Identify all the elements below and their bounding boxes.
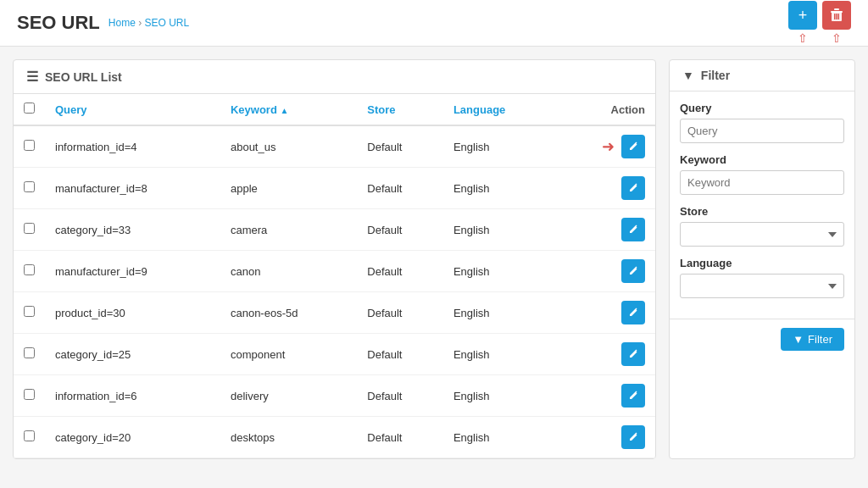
row-checkbox[interactable] bbox=[24, 223, 35, 234]
page-title: SEO URL bbox=[17, 12, 100, 34]
row-query: manufacturer_id=8 bbox=[45, 168, 220, 209]
row-action bbox=[556, 251, 655, 292]
svg-rect-3 bbox=[834, 14, 836, 19]
row-keyword: component bbox=[220, 334, 357, 375]
add-button[interactable]: + bbox=[788, 1, 817, 30]
edit-button[interactable] bbox=[621, 176, 645, 200]
delete-button[interactable] bbox=[822, 1, 851, 30]
edit-button[interactable] bbox=[621, 218, 645, 241]
filter-query-label: Query bbox=[680, 102, 844, 114]
add-arrow-indicator: ⇧ bbox=[798, 31, 808, 45]
trash-icon bbox=[831, 8, 843, 22]
svg-rect-2 bbox=[834, 8, 839, 10]
edit-button[interactable] bbox=[621, 259, 645, 283]
row-query: information_id=6 bbox=[45, 375, 220, 417]
breadcrumb-current: SEO URL bbox=[144, 17, 189, 29]
row-keyword: delivery bbox=[220, 375, 357, 417]
row-language: English bbox=[443, 292, 556, 334]
row-keyword: camera bbox=[220, 209, 357, 251]
delete-arrow-indicator: ⇧ bbox=[832, 31, 842, 45]
table-row: category_id=20desktopsDefaultEnglish bbox=[14, 417, 655, 458]
table-row: information_id=6deliveryDefaultEnglish bbox=[14, 375, 655, 417]
row-keyword: canon bbox=[220, 251, 357, 292]
row-language: English bbox=[443, 125, 556, 168]
toolbar: + ⇧ ⇧ bbox=[788, 1, 851, 45]
filter-language-group: Language English bbox=[680, 257, 844, 298]
select-all-col bbox=[14, 94, 45, 125]
row-language: English bbox=[443, 375, 556, 417]
filter-button-icon: ▼ bbox=[793, 333, 804, 346]
svg-rect-5 bbox=[838, 14, 840, 19]
filter-language-label: Language bbox=[680, 257, 844, 269]
filter-icon: ▼ bbox=[682, 69, 694, 82]
row-query: information_id=4 bbox=[45, 125, 220, 168]
row-store: Default bbox=[357, 125, 443, 168]
col-language-label: Language bbox=[453, 103, 505, 116]
filter-button[interactable]: ▼ Filter bbox=[781, 328, 844, 351]
row-store: Default bbox=[357, 375, 443, 417]
row-language: English bbox=[443, 251, 556, 292]
edit-button[interactable] bbox=[621, 384, 645, 408]
left-panel: ☰ SEO URL List Query Keyword ▲ bbox=[13, 59, 656, 459]
row-action bbox=[556, 292, 655, 334]
top-bar: SEO URL Home › SEO URL + ⇧ ⇧ bbox=[0, 0, 868, 47]
filter-language-select[interactable]: English bbox=[680, 274, 844, 298]
edit-button[interactable] bbox=[621, 342, 645, 366]
filter-panel: ▼ Filter Query Keyword Store Default Lan… bbox=[669, 59, 855, 459]
filter-button-label: Filter bbox=[808, 333, 832, 346]
col-store: Store bbox=[357, 94, 443, 125]
row-language: English bbox=[443, 209, 556, 251]
col-keyword[interactable]: Keyword ▲ bbox=[220, 94, 357, 125]
top-bar-left: SEO URL Home › SEO URL bbox=[17, 12, 189, 34]
row-action bbox=[556, 168, 655, 209]
filter-store-group: Store Default bbox=[680, 205, 844, 247]
main-content: ☰ SEO URL List Query Keyword ▲ bbox=[0, 47, 868, 472]
col-store-label: Store bbox=[367, 103, 395, 116]
row-store: Default bbox=[357, 334, 443, 375]
table-row: product_id=30canon-eos-5dDefaultEnglish bbox=[14, 292, 655, 334]
row-keyword: desktops bbox=[220, 417, 357, 458]
table-row: manufacturer_id=9canonDefaultEnglish bbox=[14, 251, 655, 292]
row-query: category_id=20 bbox=[45, 417, 220, 458]
row-checkbox[interactable] bbox=[24, 306, 35, 317]
row-checkbox[interactable] bbox=[24, 140, 35, 151]
row-keyword: apple bbox=[220, 168, 357, 209]
row-store: Default bbox=[357, 292, 443, 334]
breadcrumb-home[interactable]: Home bbox=[108, 17, 136, 29]
col-query-label: Query bbox=[55, 103, 87, 116]
row-action bbox=[556, 417, 655, 458]
svg-rect-4 bbox=[836, 14, 837, 19]
edit-button[interactable] bbox=[621, 301, 645, 324]
filter-body: Query Keyword Store Default Language Eng… bbox=[670, 92, 854, 319]
row-keyword: canon-eos-5d bbox=[220, 292, 357, 334]
filter-keyword-group: Keyword bbox=[680, 153, 844, 195]
row-action bbox=[556, 334, 655, 375]
row-checkbox[interactable] bbox=[24, 181, 35, 192]
svg-rect-1 bbox=[831, 11, 843, 13]
edit-button[interactable] bbox=[621, 425, 645, 449]
row-store: Default bbox=[357, 417, 443, 458]
edit-button[interactable] bbox=[621, 135, 645, 158]
select-all-checkbox[interactable] bbox=[24, 103, 35, 114]
filter-query-group: Query bbox=[680, 102, 844, 143]
table-row: category_id=25componentDefaultEnglish bbox=[14, 334, 655, 375]
filter-store-select[interactable]: Default bbox=[680, 222, 844, 247]
row-store: Default bbox=[357, 251, 443, 292]
row-action bbox=[556, 209, 655, 251]
row-query: manufacturer_id=9 bbox=[45, 251, 220, 292]
filter-keyword-label: Keyword bbox=[680, 153, 844, 166]
row-query: product_id=30 bbox=[45, 292, 220, 334]
col-action-label: Action bbox=[611, 103, 645, 116]
table-row: information_id=4about_usDefaultEnglish➜ bbox=[14, 125, 655, 168]
row-language: English bbox=[443, 417, 556, 458]
filter-header: ▼ Filter bbox=[670, 60, 854, 92]
row-checkbox[interactable] bbox=[24, 264, 35, 275]
col-query[interactable]: Query bbox=[45, 94, 220, 125]
row-checkbox[interactable] bbox=[24, 347, 35, 358]
row-checkbox[interactable] bbox=[24, 430, 35, 441]
row-store: Default bbox=[357, 209, 443, 251]
filter-keyword-input[interactable] bbox=[680, 170, 844, 195]
row-checkbox[interactable] bbox=[24, 389, 35, 400]
filter-query-input[interactable] bbox=[680, 119, 844, 143]
panel-header: ☰ SEO URL List bbox=[14, 60, 655, 94]
